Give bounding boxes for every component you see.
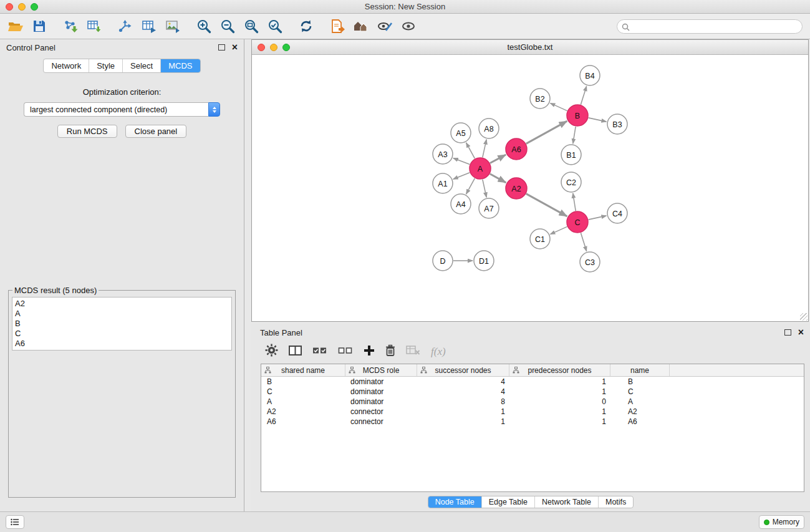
cell-successor-nodes[interactable]: 4: [417, 387, 509, 396]
list-item[interactable]: C: [15, 329, 229, 339]
save-session-icon[interactable]: [30, 17, 49, 36]
list-item[interactable]: B: [15, 319, 229, 329]
graph-edge-A-A8[interactable]: [483, 140, 486, 158]
cell-mcds-role[interactable]: dominator: [345, 387, 417, 396]
graph-edge-B-B3[interactable]: [589, 118, 607, 122]
graph-node-A4[interactable]: A4: [451, 194, 471, 214]
delete-table-icon[interactable]: [406, 346, 420, 358]
cell-name[interactable]: A2: [610, 407, 670, 416]
tab-node-table[interactable]: Node Table: [428, 496, 482, 508]
column-header-mcds-role[interactable]: MCDS role: [345, 364, 417, 376]
list-item[interactable]: A: [15, 309, 229, 319]
graph-node-C1[interactable]: C1: [530, 229, 550, 249]
cell-successor-nodes[interactable]: 1: [417, 407, 509, 416]
graph-node-A7[interactable]: A7: [479, 198, 499, 218]
tab-network-table[interactable]: Network Table: [535, 496, 599, 508]
column-header-successor-nodes[interactable]: successor nodes: [417, 364, 509, 376]
graph-node-B3[interactable]: B3: [607, 114, 627, 134]
tab-mcds[interactable]: MCDS: [161, 59, 200, 72]
zoom-network-window-button[interactable]: [282, 44, 290, 51]
graph-edge-A-A7[interactable]: [483, 180, 486, 198]
tab-style[interactable]: Style: [89, 59, 123, 72]
list-item[interactable]: A6: [15, 339, 229, 349]
graph-edge-A-A2[interactable]: [490, 174, 506, 183]
cell-name[interactable]: B: [610, 377, 670, 386]
hide-graphics-details-icon[interactable]: [375, 17, 394, 36]
criterion-dropdown[interactable]: largest connected component (directed): [24, 102, 220, 117]
cell-predecessor-nodes[interactable]: 1: [509, 377, 610, 386]
close-panel-icon[interactable]: ×: [232, 42, 238, 52]
graph-node-C3[interactable]: C3: [580, 252, 600, 272]
export-image-icon[interactable]: [163, 17, 182, 36]
cell-predecessor-nodes[interactable]: 1: [509, 417, 610, 426]
cell-mcds-role[interactable]: dominator: [345, 397, 417, 406]
new-table-icon[interactable]: [140, 17, 158, 36]
zoom-out-icon[interactable]: [218, 17, 237, 36]
new-network-icon[interactable]: [116, 17, 135, 36]
tab-network[interactable]: Network: [44, 59, 89, 72]
graph-node-A[interactable]: A: [470, 158, 491, 179]
function-builder-icon[interactable]: f(x): [431, 346, 446, 358]
cell-shared-name[interactable]: A: [261, 397, 345, 406]
graph-edge-B-B1[interactable]: [573, 127, 576, 143]
cell-shared-name[interactable]: A6: [261, 417, 345, 426]
select-all-icon[interactable]: [312, 346, 327, 357]
close-table-panel-icon[interactable]: ×: [798, 327, 804, 337]
show-graphics-details-icon[interactable]: [399, 17, 418, 36]
graph-node-A8[interactable]: A8: [479, 118, 499, 138]
graph-node-D1[interactable]: D1: [474, 251, 494, 271]
network-window-titlebar[interactable]: testGlobe.txt: [252, 40, 808, 55]
graph-edge-C-C3[interactable]: [581, 233, 586, 251]
zoom-fit-content-icon[interactable]: [242, 17, 261, 36]
tab-motifs[interactable]: Motifs: [599, 496, 633, 508]
open-session-icon[interactable]: [6, 17, 25, 36]
tab-select[interactable]: Select: [123, 59, 161, 72]
run-mcds-button[interactable]: Run MCDS: [57, 125, 117, 138]
float-panel-icon[interactable]: [218, 44, 225, 51]
graph-node-B4[interactable]: B4: [580, 65, 600, 85]
import-table-from-file-icon[interactable]: [85, 17, 104, 36]
list-item[interactable]: A2: [15, 299, 229, 309]
cell-shared-name[interactable]: A2: [261, 407, 345, 416]
table-row[interactable]: A dominator 8 0 A: [261, 397, 804, 407]
column-header-predecessor-nodes[interactable]: predecessor nodes: [509, 364, 610, 376]
graph-edge-C-C2[interactable]: [573, 193, 576, 211]
cell-predecessor-nodes[interactable]: 0: [509, 397, 610, 406]
table-row[interactable]: B dominator 4 1 B: [261, 377, 804, 387]
cell-successor-nodes[interactable]: 8: [417, 397, 509, 406]
graph-edge-A-A5[interactable]: [466, 143, 475, 158]
graph-node-B2[interactable]: B2: [530, 89, 550, 109]
graph-node-B[interactable]: B: [567, 105, 588, 126]
new-column-icon[interactable]: [364, 345, 375, 359]
cell-mcds-role[interactable]: dominator: [345, 377, 417, 386]
open-file-icon[interactable]: [328, 17, 347, 36]
minimize-network-window-button[interactable]: [270, 44, 277, 51]
close-panel-button[interactable]: Close panel: [125, 125, 187, 138]
import-network-from-file-icon[interactable]: [61, 17, 80, 36]
apply-preferred-layout-icon[interactable]: [297, 17, 316, 36]
column-header-name[interactable]: name: [610, 364, 670, 376]
table-row[interactable]: A2 connector 1 1 A2: [261, 407, 804, 417]
cell-mcds-role[interactable]: connector: [345, 407, 417, 416]
show-hide-columns-icon[interactable]: [289, 345, 302, 359]
cell-predecessor-nodes[interactable]: 1: [509, 387, 610, 396]
graph-edge-A-A1[interactable]: [453, 173, 470, 180]
zoom-window-button[interactable]: [31, 3, 38, 11]
cell-name[interactable]: A6: [610, 417, 670, 426]
graph-node-C4[interactable]: C4: [607, 203, 627, 223]
delete-columns-icon[interactable]: [385, 344, 395, 359]
graph-node-D[interactable]: D: [433, 251, 453, 271]
close-window-button[interactable]: [6, 3, 13, 11]
graph-edge-C-C1[interactable]: [550, 226, 567, 234]
cell-predecessor-nodes[interactable]: 1: [509, 407, 610, 416]
cell-name[interactable]: C: [610, 387, 670, 396]
graph-edge-A-A4[interactable]: [466, 178, 475, 194]
memory-button[interactable]: Memory: [759, 515, 804, 529]
graph-node-C2[interactable]: C2: [561, 172, 581, 192]
cell-successor-nodes[interactable]: 4: [417, 377, 509, 386]
cell-successor-nodes[interactable]: 1: [417, 417, 509, 426]
network-canvas[interactable]: B4B2BB3A8A5A6A3B1AA1C2A2A4A7C4CC1C3DD1: [252, 55, 808, 321]
table-options-icon[interactable]: [265, 344, 278, 359]
mcds-result-list[interactable]: A2 A B C A6: [12, 297, 232, 351]
graph-edge-B-B4[interactable]: [581, 86, 586, 105]
